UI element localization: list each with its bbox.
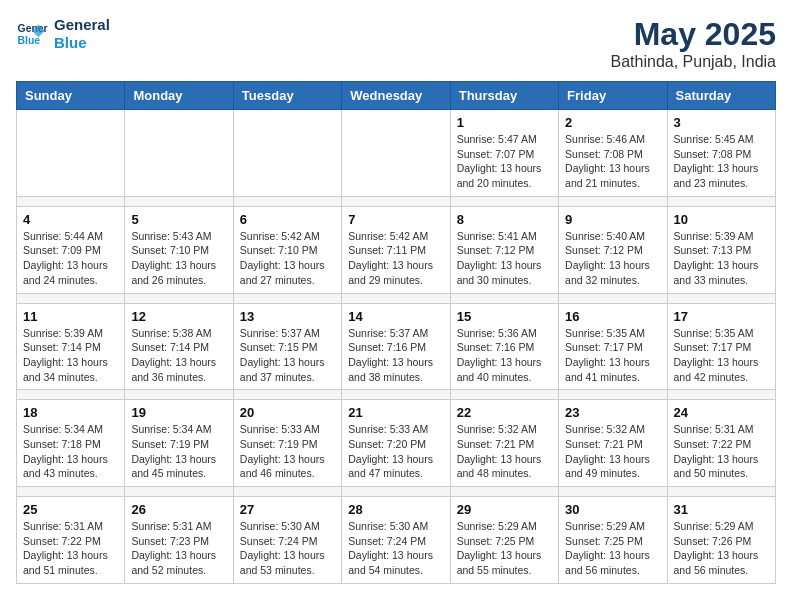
day-number: 19: [131, 405, 226, 420]
day-number: 12: [131, 309, 226, 324]
calendar-day-cell: 8Sunrise: 5:41 AMSunset: 7:12 PMDaylight…: [450, 206, 558, 293]
separator-cell: [667, 390, 775, 400]
calendar-day-cell: 21Sunrise: 5:33 AMSunset: 7:20 PMDayligh…: [342, 400, 450, 487]
day-number: 3: [674, 115, 769, 130]
day-number: 17: [674, 309, 769, 324]
separator-cell: [125, 293, 233, 303]
day-number: 7: [348, 212, 443, 227]
calendar-week-row: 25Sunrise: 5:31 AMSunset: 7:22 PMDayligh…: [17, 497, 776, 584]
separator-cell: [342, 196, 450, 206]
day-number: 2: [565, 115, 660, 130]
calendar-day-cell: 10Sunrise: 5:39 AMSunset: 7:13 PMDayligh…: [667, 206, 775, 293]
calendar-day-cell: 30Sunrise: 5:29 AMSunset: 7:25 PMDayligh…: [559, 497, 667, 584]
calendar-day-cell: 22Sunrise: 5:32 AMSunset: 7:21 PMDayligh…: [450, 400, 558, 487]
calendar-day-cell: 24Sunrise: 5:31 AMSunset: 7:22 PMDayligh…: [667, 400, 775, 487]
day-number: 27: [240, 502, 335, 517]
month-title: May 2025: [611, 16, 776, 53]
logo-blue: Blue: [54, 34, 110, 52]
separator-cell: [17, 390, 125, 400]
calendar-day-cell: [17, 110, 125, 197]
calendar-day-cell: 27Sunrise: 5:30 AMSunset: 7:24 PMDayligh…: [233, 497, 341, 584]
day-number: 14: [348, 309, 443, 324]
day-number: 24: [674, 405, 769, 420]
calendar-day-cell: 1Sunrise: 5:47 AMSunset: 7:07 PMDaylight…: [450, 110, 558, 197]
calendar-day-cell: 19Sunrise: 5:34 AMSunset: 7:19 PMDayligh…: [125, 400, 233, 487]
separator-cell: [450, 390, 558, 400]
day-number: 15: [457, 309, 552, 324]
day-info: Sunrise: 5:34 AMSunset: 7:18 PMDaylight:…: [23, 422, 118, 481]
day-info: Sunrise: 5:33 AMSunset: 7:19 PMDaylight:…: [240, 422, 335, 481]
logo: General Blue General Blue: [16, 16, 110, 52]
separator-cell: [233, 487, 341, 497]
separator-cell: [233, 293, 341, 303]
day-number: 6: [240, 212, 335, 227]
calendar-day-cell: 3Sunrise: 5:45 AMSunset: 7:08 PMDaylight…: [667, 110, 775, 197]
calendar-day-cell: 15Sunrise: 5:36 AMSunset: 7:16 PMDayligh…: [450, 303, 558, 390]
calendar-day-cell: 13Sunrise: 5:37 AMSunset: 7:15 PMDayligh…: [233, 303, 341, 390]
day-info: Sunrise: 5:40 AMSunset: 7:12 PMDaylight:…: [565, 229, 660, 288]
day-number: 23: [565, 405, 660, 420]
day-number: 22: [457, 405, 552, 420]
calendar-day-cell: [233, 110, 341, 197]
calendar-day-cell: 4Sunrise: 5:44 AMSunset: 7:09 PMDaylight…: [17, 206, 125, 293]
day-info: Sunrise: 5:39 AMSunset: 7:14 PMDaylight:…: [23, 326, 118, 385]
calendar-day-cell: 6Sunrise: 5:42 AMSunset: 7:10 PMDaylight…: [233, 206, 341, 293]
calendar-day-cell: [125, 110, 233, 197]
day-info: Sunrise: 5:45 AMSunset: 7:08 PMDaylight:…: [674, 132, 769, 191]
calendar-day-cell: 18Sunrise: 5:34 AMSunset: 7:18 PMDayligh…: [17, 400, 125, 487]
separator-cell: [450, 196, 558, 206]
separator-cell: [559, 487, 667, 497]
day-info: Sunrise: 5:33 AMSunset: 7:20 PMDaylight:…: [348, 422, 443, 481]
day-number: 16: [565, 309, 660, 324]
calendar-day-cell: 26Sunrise: 5:31 AMSunset: 7:23 PMDayligh…: [125, 497, 233, 584]
day-info: Sunrise: 5:35 AMSunset: 7:17 PMDaylight:…: [565, 326, 660, 385]
calendar-day-cell: 16Sunrise: 5:35 AMSunset: 7:17 PMDayligh…: [559, 303, 667, 390]
day-number: 20: [240, 405, 335, 420]
separator-cell: [342, 390, 450, 400]
day-info: Sunrise: 5:34 AMSunset: 7:19 PMDaylight:…: [131, 422, 226, 481]
calendar-day-cell: 20Sunrise: 5:33 AMSunset: 7:19 PMDayligh…: [233, 400, 341, 487]
calendar-day-cell: 11Sunrise: 5:39 AMSunset: 7:14 PMDayligh…: [17, 303, 125, 390]
separator-cell: [17, 487, 125, 497]
separator-cell: [342, 487, 450, 497]
day-info: Sunrise: 5:44 AMSunset: 7:09 PMDaylight:…: [23, 229, 118, 288]
day-number: 26: [131, 502, 226, 517]
calendar-header-sunday: Sunday: [17, 82, 125, 110]
calendar-day-cell: 25Sunrise: 5:31 AMSunset: 7:22 PMDayligh…: [17, 497, 125, 584]
day-info: Sunrise: 5:38 AMSunset: 7:14 PMDaylight:…: [131, 326, 226, 385]
day-info: Sunrise: 5:31 AMSunset: 7:22 PMDaylight:…: [674, 422, 769, 481]
separator-cell: [125, 196, 233, 206]
day-number: 5: [131, 212, 226, 227]
calendar-day-cell: 31Sunrise: 5:29 AMSunset: 7:26 PMDayligh…: [667, 497, 775, 584]
day-number: 13: [240, 309, 335, 324]
separator-cell: [667, 196, 775, 206]
logo-general: General: [54, 16, 110, 34]
separator-cell: [233, 196, 341, 206]
calendar-day-cell: 14Sunrise: 5:37 AMSunset: 7:16 PMDayligh…: [342, 303, 450, 390]
day-number: 10: [674, 212, 769, 227]
day-number: 28: [348, 502, 443, 517]
calendar-day-cell: 2Sunrise: 5:46 AMSunset: 7:08 PMDaylight…: [559, 110, 667, 197]
page-header: General Blue General Blue May 2025 Bathi…: [16, 16, 776, 71]
day-info: Sunrise: 5:30 AMSunset: 7:24 PMDaylight:…: [240, 519, 335, 578]
day-info: Sunrise: 5:41 AMSunset: 7:12 PMDaylight:…: [457, 229, 552, 288]
calendar-header-saturday: Saturday: [667, 82, 775, 110]
day-info: Sunrise: 5:37 AMSunset: 7:15 PMDaylight:…: [240, 326, 335, 385]
separator-cell: [559, 293, 667, 303]
day-info: Sunrise: 5:43 AMSunset: 7:10 PMDaylight:…: [131, 229, 226, 288]
separator-cell: [233, 390, 341, 400]
day-info: Sunrise: 5:47 AMSunset: 7:07 PMDaylight:…: [457, 132, 552, 191]
calendar-day-cell: 5Sunrise: 5:43 AMSunset: 7:10 PMDaylight…: [125, 206, 233, 293]
day-info: Sunrise: 5:46 AMSunset: 7:08 PMDaylight:…: [565, 132, 660, 191]
calendar-header-monday: Monday: [125, 82, 233, 110]
separator-cell: [342, 293, 450, 303]
separator-cell: [667, 487, 775, 497]
calendar-day-cell: 12Sunrise: 5:38 AMSunset: 7:14 PMDayligh…: [125, 303, 233, 390]
logo-icon: General Blue: [16, 18, 48, 50]
day-number: 9: [565, 212, 660, 227]
calendar-week-row: 4Sunrise: 5:44 AMSunset: 7:09 PMDaylight…: [17, 206, 776, 293]
calendar-header-friday: Friday: [559, 82, 667, 110]
day-info: Sunrise: 5:42 AMSunset: 7:10 PMDaylight:…: [240, 229, 335, 288]
separator-cell: [559, 390, 667, 400]
calendar-day-cell: 23Sunrise: 5:32 AMSunset: 7:21 PMDayligh…: [559, 400, 667, 487]
